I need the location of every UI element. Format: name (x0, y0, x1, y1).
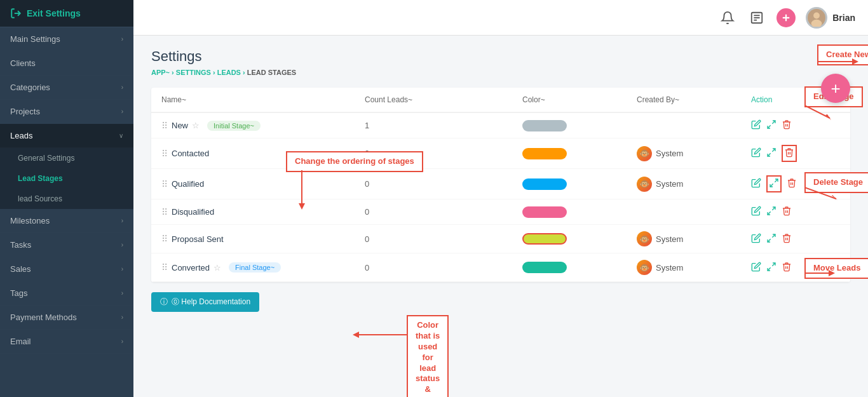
drag-handle-icon[interactable]: ⠿ (161, 121, 168, 131)
chevron-right-icon: › (121, 266, 123, 273)
sidebar-item-clients[interactable]: Clients (0, 51, 133, 76)
sidebar-sub-item-lead-stages[interactable]: Lead Stages (0, 168, 133, 189)
edit-button[interactable] (751, 233, 761, 245)
sidebar-item-email[interactable]: Email › (0, 330, 133, 354)
drag-handle-icon[interactable]: ⠿ (161, 234, 168, 244)
avatar (806, 7, 827, 29)
svg-marker-29 (829, 270, 835, 276)
move-leads-button[interactable] (766, 206, 776, 218)
count-cell: 0 (365, 179, 522, 189)
sidebar-sub-item-general-settings[interactable]: General Settings (0, 148, 133, 168)
svg-point-8 (813, 12, 820, 18)
topbar: Brian (133, 0, 868, 36)
svg-line-16 (772, 207, 775, 210)
notification-bell-icon[interactable] (718, 8, 737, 27)
creator-name: System (656, 234, 683, 244)
col-creator-header: Created By~ (637, 95, 751, 104)
move-leads-button[interactable] (766, 147, 776, 159)
content-area: Settings APP~ › SETTINGS › LEADS › LEAD … (133, 36, 868, 397)
creator-cell: 🐵 System (637, 231, 751, 246)
drag-handle-icon[interactable]: ⠿ (161, 179, 168, 189)
stage-name: Disqualified (172, 207, 214, 217)
color-info-callout-box: Color that is used for lead status & boa… (407, 315, 449, 397)
svg-line-26 (804, 187, 836, 199)
change-ordering-callout-box: Change the ordering of stages (286, 151, 423, 172)
help-documentation-button[interactable]: ⓘ ⓪ Help Documentation (151, 292, 259, 312)
sidebar-item-milestones[interactable]: Milestones › (0, 209, 133, 233)
chevron-right-icon: › (121, 84, 123, 91)
svg-line-10 (772, 121, 775, 124)
user-menu[interactable]: Brian (806, 7, 855, 29)
edit-stage-arrow (804, 99, 836, 124)
delete-button[interactable] (782, 119, 792, 131)
move-leads-button[interactable] (766, 262, 776, 274)
star-icon[interactable]: ☆ (192, 121, 200, 130)
action-cell (751, 206, 840, 218)
star-icon[interactable]: ☆ (214, 263, 221, 273)
change-ordering-arrow (292, 170, 311, 221)
delete-button[interactable] (782, 233, 792, 245)
table-row: ⠿ Contacted 0 🐵 System (151, 138, 850, 169)
stage-name: Converted (172, 263, 210, 273)
drag-handle-icon[interactable]: ⠿ (161, 262, 168, 273)
page-title: Settings (151, 48, 850, 65)
svg-marker-23 (852, 58, 858, 65)
svg-marker-31 (299, 203, 305, 210)
action-cell (751, 233, 840, 245)
delete-button[interactable] (782, 206, 792, 218)
move-leads-button[interactable] (766, 119, 776, 131)
svg-line-17 (768, 212, 771, 215)
chevron-right-icon: › (121, 338, 123, 345)
count-cell: 0 (365, 263, 522, 273)
initial-stage-badge: Initial Stage~ (207, 121, 261, 131)
sidebar-item-main-settings[interactable]: Main Settings › (0, 27, 133, 51)
info-icon: ⓘ (160, 297, 168, 307)
main-area: Brian Settings APP~ › SETTINGS › LEADS ›… (133, 0, 868, 397)
svg-line-21 (768, 267, 771, 271)
sidebar-item-categories[interactable]: Categories › (0, 76, 133, 100)
sidebar-item-label: Payment Methods (10, 313, 77, 322)
row-name-disqualified: ⠿ Disqualified (161, 207, 365, 217)
sidebar-item-projects[interactable]: Projects › (0, 100, 133, 124)
sidebar-item-label: Milestones (10, 216, 50, 225)
edit-button[interactable] (751, 178, 761, 190)
edit-button[interactable] (751, 262, 761, 274)
sidebar-item-tasks[interactable]: Tasks › (0, 233, 133, 257)
color-swatch (522, 148, 567, 159)
chevron-right-icon: › (121, 108, 123, 115)
move-leads-button[interactable] (766, 233, 776, 245)
creator-name: System (656, 149, 683, 158)
edit-button[interactable] (751, 147, 761, 159)
color-swatch (522, 120, 567, 131)
sidebar-item-label: Tags (10, 288, 27, 298)
count-cell: 0 (365, 234, 522, 244)
color-cell (522, 262, 637, 273)
count-cell: 0 (365, 207, 522, 217)
sidebar-item-label: Clients (10, 58, 36, 68)
drag-handle-icon[interactable]: ⠿ (161, 149, 168, 159)
sidebar-item-payment-methods[interactable]: Payment Methods › (0, 306, 133, 330)
edit-button[interactable] (751, 119, 761, 131)
svg-marker-25 (825, 114, 831, 120)
create-new-stage-fab[interactable]: + (821, 74, 850, 103)
delete-button[interactable] (782, 145, 797, 162)
creator-cell: 🐵 System (637, 146, 751, 161)
sidebar-item-sales[interactable]: Sales › (0, 257, 133, 281)
sidebar-sub-item-lead-sources[interactable]: lead Sources (0, 189, 133, 209)
global-add-button[interactable] (776, 8, 796, 27)
edit-button[interactable] (751, 206, 761, 218)
document-icon[interactable] (747, 8, 766, 27)
breadcrumb: APP~ › SETTINGS › LEADS › LEAD STAGES (151, 69, 850, 76)
sidebar-item-tags[interactable]: Tags › (0, 281, 133, 306)
drag-handle-icon[interactable]: ⠿ (161, 207, 168, 217)
delete-button[interactable] (782, 262, 792, 274)
sidebar-item-label: Main Settings (10, 34, 60, 44)
plus-icon: + (831, 79, 840, 98)
delete-button[interactable] (787, 178, 797, 190)
delete-stage-arrow (804, 181, 843, 206)
sidebar-item-leads[interactable]: Leads ∨ (0, 124, 133, 148)
exit-settings-button[interactable]: Exit Settings (0, 0, 133, 27)
move-leads-button[interactable] (766, 175, 782, 192)
chevron-right-icon: › (121, 290, 123, 297)
color-swatch (522, 178, 567, 190)
